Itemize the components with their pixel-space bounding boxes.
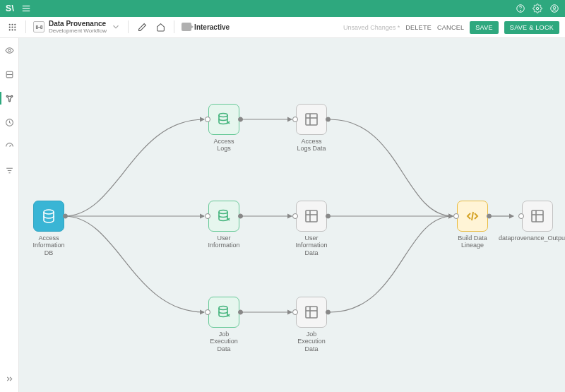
node-label: Access Information DB — [32, 234, 66, 256]
node-user-information[interactable]: User Information — [207, 201, 241, 249]
svg-point-15 — [11, 29, 13, 30]
svg-point-24 — [11, 95, 12, 97]
svg-point-11 — [8, 26, 10, 28]
node-job-execution-data-out[interactable]: Job Execution Data — [295, 297, 328, 352]
svg-point-7 — [553, 6, 556, 9]
node-access-logs-data[interactable]: Access Logs Data — [295, 104, 328, 153]
svg-point-14 — [8, 29, 10, 30]
node-label: Job Execution Data — [295, 331, 328, 352]
node-user-information-data[interactable]: User Information Data — [295, 201, 328, 256]
user-icon[interactable] — [549, 4, 559, 13]
svg-point-12 — [11, 26, 13, 28]
svg-line-27 — [9, 145, 11, 146]
sidebar-filter-icon[interactable] — [0, 162, 18, 178]
home-icon[interactable] — [154, 20, 167, 33]
svg-rect-36 — [306, 114, 317, 125]
sidebar-show-icon[interactable] — [0, 42, 18, 58]
sidebar-flow-icon[interactable] — [0, 90, 18, 106]
svg-point-20 — [8, 49, 10, 51]
svg-point-35 — [219, 307, 227, 310]
edit-icon[interactable] — [136, 20, 148, 33]
workflow-canvas[interactable]: Access Information DB Access Logs User I… — [19, 38, 565, 392]
node-dataprovenance-output[interactable]: dataprovenance_Output — [516, 201, 559, 242]
help-icon[interactable] — [516, 4, 525, 13]
separator — [174, 20, 174, 33]
workflow-title: Data Provenance — [49, 20, 107, 28]
svg-point-8 — [8, 24, 10, 25]
svg-point-25 — [8, 100, 10, 101]
svg-point-16 — [14, 29, 16, 30]
cancel-button[interactable]: CANCEL — [437, 24, 464, 31]
sidebar-dashboard-icon[interactable] — [0, 138, 18, 154]
svg-point-33 — [219, 114, 227, 117]
svg-point-23 — [6, 95, 8, 97]
node-build-data-lineage[interactable]: Build Data Lineage — [456, 201, 489, 249]
save-and-lock-button[interactable]: SAVE & LOCK — [504, 21, 559, 34]
separator — [128, 20, 129, 33]
svg-point-4 — [521, 10, 521, 11]
toolbar: Data Provenance Development Workflow Int… — [0, 17, 565, 38]
node-access-information-db[interactable]: Access Information DB — [32, 201, 66, 256]
env-tag-icon — [182, 23, 191, 31]
sidebar-expand-icon[interactable] — [0, 371, 18, 386]
node-label: User Information Data — [295, 234, 328, 256]
svg-rect-42 — [306, 307, 317, 318]
svg-point-9 — [11, 24, 13, 25]
svg-point-13 — [14, 26, 16, 28]
node-label: Access Logs Data — [295, 138, 328, 153]
svg-point-10 — [14, 24, 16, 25]
svg-line-45 — [472, 212, 473, 220]
node-label: Access Logs — [207, 138, 241, 153]
save-button[interactable]: SAVE — [470, 21, 499, 34]
svg-point-5 — [536, 7, 539, 10]
svg-rect-46 — [532, 210, 543, 222]
svg-point-32 — [44, 210, 54, 214]
node-label: User Information — [207, 234, 241, 249]
delete-button[interactable]: DELETE — [405, 24, 432, 31]
svg-rect-17 — [36, 26, 37, 29]
logo: S\ — [6, 4, 14, 13]
svg-point-6 — [551, 5, 559, 13]
top-bar: S\ — [0, 0, 565, 17]
settings-icon[interactable] — [533, 4, 542, 13]
node-job-execution-data[interactable]: Job Execution Data — [207, 297, 241, 352]
sidebar-layers-icon[interactable] — [0, 66, 18, 82]
env-label-text: Interactive — [194, 23, 230, 31]
node-label: Job Execution Data — [207, 331, 241, 352]
left-sidebar — [0, 38, 19, 392]
node-access-logs[interactable]: Access Logs — [207, 104, 241, 153]
environment-selector[interactable]: Interactive — [182, 23, 230, 31]
svg-point-34 — [219, 210, 227, 214]
node-label: dataprovenance_Output — [499, 234, 562, 242]
sidebar-history-icon[interactable] — [0, 114, 18, 130]
svg-rect-18 — [40, 26, 42, 29]
separator — [25, 20, 26, 33]
unsaved-indicator: Unsaved Changes * — [343, 24, 400, 31]
chevron-down-icon — [111, 22, 121, 32]
workflow-subtitle: Development Workflow — [49, 28, 107, 34]
workflow-heading[interactable]: Data Provenance Development Workflow — [33, 20, 121, 34]
menu-icon[interactable] — [21, 4, 31, 13]
node-label: Build Data Lineage — [456, 234, 489, 249]
apps-icon[interactable] — [6, 20, 18, 33]
workflow-icon — [33, 21, 44, 32]
svg-rect-39 — [306, 210, 317, 222]
